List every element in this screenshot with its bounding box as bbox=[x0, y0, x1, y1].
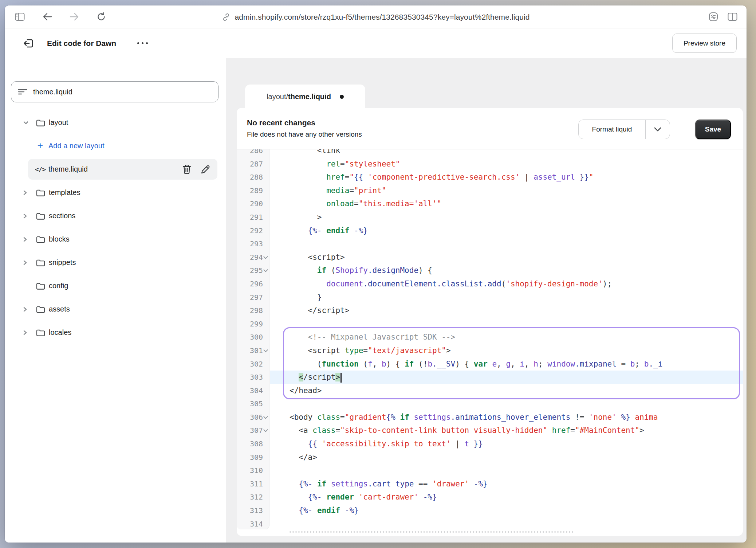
code-line-301[interactable]: <script type="text/javascript"> bbox=[270, 344, 743, 357]
folder-icon bbox=[36, 328, 46, 337]
code-line-310[interactable] bbox=[270, 464, 743, 477]
gutter-line-309: 309 bbox=[237, 451, 269, 464]
fold-chevron-icon bbox=[263, 348, 268, 352]
chevron-right-icon[interactable] bbox=[22, 189, 36, 197]
pencil-icon[interactable] bbox=[200, 164, 210, 175]
code-line-311[interactable]: {%- if settings.cart_type == 'drawer' -%… bbox=[270, 477, 743, 491]
code-line-299[interactable] bbox=[270, 317, 743, 331]
code-line-304[interactable]: </head> bbox=[270, 384, 743, 398]
file-search-input[interactable]: theme.liquid bbox=[11, 81, 218, 102]
code-line-289[interactable]: media="print" bbox=[270, 184, 743, 197]
code-line-296[interactable]: document.documentElement.classList.add('… bbox=[270, 277, 743, 291]
code-line-307[interactable]: <a class="skip-to-content-link button vi… bbox=[270, 424, 743, 437]
code-line-288[interactable]: href="{{ 'component-predictive-search.cs… bbox=[270, 171, 743, 184]
code-line-314[interactable] bbox=[270, 517, 743, 531]
page-title: Edit code for Dawn bbox=[47, 39, 116, 48]
folder-icon bbox=[36, 212, 46, 220]
folder-icon bbox=[36, 188, 46, 197]
chevron-down-icon[interactable] bbox=[646, 120, 670, 139]
sidebar-item-layout[interactable]: layout bbox=[16, 112, 217, 133]
gutter-line-305: 305 bbox=[237, 397, 269, 411]
code-line-300[interactable]: <!-- Mixpanel Javascript SDK --> bbox=[270, 330, 743, 344]
code-line-290[interactable]: onload="this.media='all'" bbox=[270, 197, 743, 211]
gutter-line-298: 298 bbox=[237, 304, 269, 317]
sidebar-item-templates[interactable]: templates bbox=[16, 182, 217, 203]
gutter-line-301[interactable]: 301 bbox=[237, 344, 269, 357]
back-icon[interactable] bbox=[42, 11, 53, 22]
sidebar-item-locales[interactable]: locales bbox=[16, 322, 217, 343]
gutter-line-291: 291 bbox=[237, 211, 269, 224]
chevron-right-icon[interactable] bbox=[22, 212, 36, 220]
sidebar-item-assets[interactable]: assets bbox=[16, 299, 217, 320]
gutter-line-310: 310 bbox=[237, 464, 269, 477]
unsaved-dot bbox=[340, 95, 344, 99]
chevron-right-icon[interactable] bbox=[22, 305, 36, 313]
sidebar-item-config[interactable]: config bbox=[16, 275, 217, 296]
tab-theme-liquid[interactable]: layout/theme.liquid bbox=[245, 85, 365, 109]
code-line-291[interactable]: > bbox=[270, 211, 743, 224]
forward-icon[interactable] bbox=[69, 11, 80, 22]
sidebar-toggle-icon[interactable] bbox=[14, 11, 25, 22]
code-line-309[interactable]: </a> bbox=[270, 451, 743, 464]
code-line-306[interactable]: <body class="gradient{% if settings.anim… bbox=[270, 411, 743, 424]
sidebar-item-theme.liquid[interactable]: </>theme.liquid bbox=[28, 159, 217, 180]
sidebar-item-sections[interactable]: sections bbox=[16, 206, 217, 226]
code-line-297[interactable]: } bbox=[270, 291, 743, 304]
overflow-menu-icon[interactable] bbox=[135, 39, 150, 48]
gutter-line-294[interactable]: 294 bbox=[237, 251, 269, 264]
folder-icon bbox=[36, 282, 46, 290]
code-line-293[interactable] bbox=[270, 237, 743, 251]
clipped-next-line bbox=[290, 531, 574, 533]
plus-icon: + bbox=[35, 141, 45, 151]
code-line-292[interactable]: {%- endif -%} bbox=[270, 224, 743, 238]
chevron-down-icon[interactable] bbox=[22, 120, 36, 126]
code-line-313[interactable]: {%- endif -%} bbox=[270, 504, 743, 517]
code-file-icon: </> bbox=[35, 165, 45, 173]
reload-icon[interactable] bbox=[96, 11, 107, 22]
chevron-right-icon[interactable] bbox=[22, 235, 36, 243]
code-line-294[interactable]: <script> bbox=[270, 251, 743, 264]
format-liquid-button[interactable]: Format liquid bbox=[578, 120, 670, 139]
fold-chevron-icon bbox=[263, 267, 268, 272]
folder-icon bbox=[36, 305, 46, 314]
panel-header: No recent changes File does not have any… bbox=[237, 108, 743, 149]
gutter-line-292: 292 bbox=[237, 224, 269, 238]
code-line-303[interactable]: </script> bbox=[270, 371, 743, 384]
gutter-line-304: 304 bbox=[237, 384, 269, 398]
code-editor[interactable]: 2862872882892902912922932942952962972982… bbox=[237, 149, 743, 536]
exit-icon[interactable] bbox=[22, 37, 35, 50]
search-value: theme.liquid bbox=[33, 88, 72, 96]
chevron-right-icon[interactable] bbox=[22, 329, 36, 337]
chevron-right-icon[interactable] bbox=[22, 259, 36, 267]
code-line-302[interactable]: (function (f, b) { if (!b.__SV) { var e,… bbox=[270, 357, 743, 371]
gutter-line-311: 311 bbox=[237, 477, 269, 491]
save-button[interactable]: Save bbox=[695, 120, 731, 139]
code-line-287[interactable]: rel="stylesheet" bbox=[270, 157, 743, 171]
gutter-line-306[interactable]: 306 bbox=[237, 411, 269, 424]
split-view-icon[interactable] bbox=[727, 11, 738, 22]
code-lines: <link rel="stylesheet" href="{{ 'compone… bbox=[270, 149, 743, 531]
status-title: No recent changes bbox=[247, 118, 362, 127]
tab-path-prefix: layout/ bbox=[267, 93, 288, 101]
fold-chevron-icon bbox=[263, 428, 268, 432]
code-line-312[interactable]: {%- render 'cart-drawer' -%} bbox=[270, 490, 743, 504]
page-settings-icon[interactable] bbox=[708, 11, 719, 22]
gutter-line-307[interactable]: 307 bbox=[237, 424, 269, 437]
sidebar-item-blocks[interactable]: blocks bbox=[16, 229, 217, 250]
code-line-305[interactable] bbox=[270, 397, 743, 411]
code-line-308[interactable]: {{ 'accessibility.skip_to_text' | t }} bbox=[270, 437, 743, 451]
trash-icon[interactable] bbox=[182, 164, 192, 175]
filter-icon bbox=[18, 88, 27, 96]
code-line-286[interactable]: <link bbox=[270, 149, 743, 157]
address-bar[interactable]: admin.shopify.com/store/rzq1xu-f5/themes… bbox=[221, 5, 529, 28]
file-sidebar: theme.liquid layout+Add a new layout</>t… bbox=[5, 58, 226, 543]
code-line-295[interactable]: if (Shopify.designMode) { bbox=[270, 264, 743, 277]
sidebar-item-snippets[interactable]: snippets bbox=[16, 252, 217, 273]
preview-store-button[interactable]: Preview store bbox=[672, 34, 737, 53]
add-new-layout-button[interactable]: +Add a new layout bbox=[28, 136, 217, 156]
code-line-298[interactable]: </script> bbox=[270, 304, 743, 317]
folder-icon bbox=[36, 258, 46, 267]
gutter-line-295[interactable]: 295 bbox=[237, 264, 269, 277]
editor-area: layout/theme.liquid No recent changes Fi… bbox=[226, 58, 747, 543]
code-panel: No recent changes File does not have any… bbox=[237, 108, 743, 536]
